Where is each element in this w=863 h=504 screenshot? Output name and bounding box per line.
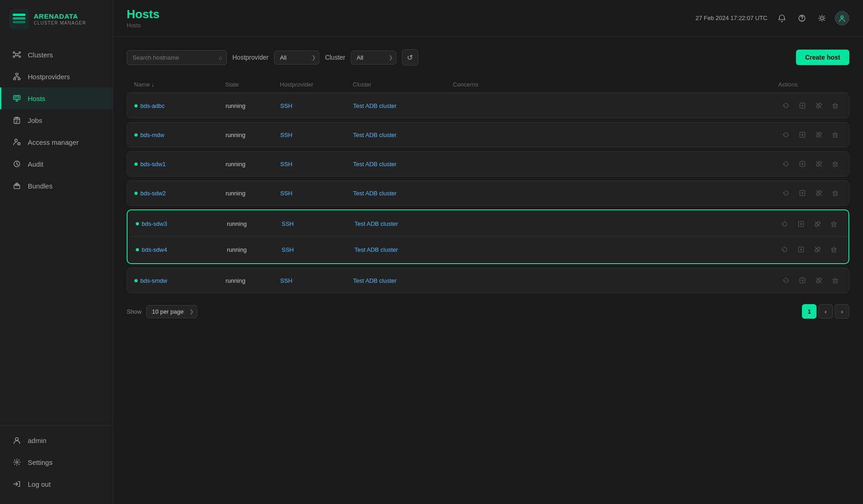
hostprovider-cell: SSH (280, 190, 353, 197)
hostprovider-cell: SSH (280, 277, 353, 284)
svg-rect-20 (14, 96, 20, 100)
delete-action-icon[interactable] (827, 243, 840, 256)
status-dot (134, 104, 138, 107)
theme-button[interactable] (815, 11, 829, 25)
link-action-icon[interactable] (812, 99, 825, 112)
notifications-button[interactable] (775, 11, 789, 25)
add-action-icon[interactable] (796, 128, 809, 141)
help-button[interactable] (795, 11, 809, 25)
sidebar-item-hosts-label: Hosts (28, 95, 45, 102)
link-action-icon[interactable] (811, 243, 824, 256)
status-dot (134, 163, 138, 166)
sidebar-item-access-manager[interactable]: Access manager (0, 131, 113, 153)
add-action-icon[interactable] (796, 158, 809, 170)
sidebar-item-audit[interactable]: Audit (0, 153, 113, 175)
add-action-icon[interactable] (796, 99, 809, 112)
col-header-hostprovider: Hostprovider (280, 81, 353, 88)
breadcrumb: Hosts (127, 22, 159, 29)
sidebar-item-settings-label: Settings (28, 458, 52, 466)
sidebar-item-bundles[interactable]: Bundles (0, 175, 113, 197)
reset-action-icon[interactable] (780, 187, 792, 199)
sidebar-item-hostproviders[interactable]: Hostproviders (0, 66, 113, 87)
link-action-icon[interactable] (812, 187, 825, 199)
add-action-icon[interactable] (795, 243, 807, 256)
hostprovider-select[interactable]: All (274, 51, 319, 65)
table-row[interactable]: bds-smdw running SSH Test ADB cluster (127, 268, 849, 293)
host-name-link[interactable]: bds-sdw3 (142, 220, 167, 227)
table-row[interactable]: bds-sdw3 running SSH Test ADB cluster (128, 211, 848, 237)
link-action-icon[interactable] (812, 128, 825, 141)
link-action-icon[interactable] (812, 158, 825, 170)
table-row[interactable]: bds-sdw1 running SSH Test ADB cluster (127, 151, 849, 177)
sidebar-item-bundles-label: Bundles (28, 182, 52, 190)
sidebar-item-hosts[interactable]: Hosts (0, 87, 113, 109)
delete-action-icon[interactable] (829, 274, 842, 287)
create-host-button[interactable]: Create host (796, 50, 849, 65)
link-action-icon[interactable] (812, 274, 825, 287)
refresh-button[interactable]: ↺ (402, 49, 418, 66)
delete-action-icon[interactable] (829, 128, 842, 141)
host-name-cell: bds-sdw2 (134, 190, 226, 197)
host-name-link[interactable]: bds-sdw4 (142, 246, 167, 253)
reset-action-icon[interactable] (778, 243, 791, 256)
table-row[interactable]: bds-adbc running SSH Test ADB cluster (127, 93, 849, 118)
add-action-icon[interactable] (796, 187, 809, 199)
svg-rect-1 (13, 14, 26, 16)
delete-action-icon[interactable] (829, 187, 842, 199)
reset-action-icon[interactable] (780, 158, 792, 170)
cluster-select[interactable]: All (351, 51, 396, 65)
host-name-link[interactable]: bds-smdw (140, 277, 167, 284)
state-cell: running (226, 161, 280, 168)
delete-action-icon[interactable] (829, 158, 842, 170)
host-name-link[interactable]: bds-sdw1 (140, 161, 166, 168)
logout-icon (12, 479, 21, 489)
reset-action-icon[interactable] (780, 128, 792, 141)
svg-line-47 (820, 15, 820, 16)
host-name-link[interactable]: bds-mdw (140, 132, 164, 138)
delete-action-icon[interactable] (827, 218, 840, 230)
host-name-cell: bds-sdw1 (134, 161, 226, 168)
next-page-button[interactable]: › (835, 304, 849, 319)
sidebar-item-clusters[interactable]: Clusters (0, 44, 113, 66)
per-page-select[interactable]: 10 per page 25 per page 50 per page (146, 305, 197, 318)
table-row[interactable]: bds-sdw2 running SSH Test ADB cluster (127, 180, 849, 206)
page-controls: 1 ‹ › (802, 304, 849, 319)
page-title: Hosts (127, 7, 159, 21)
jobs-icon (12, 116, 21, 125)
reset-action-icon[interactable] (780, 99, 792, 112)
prev-icon: ‹ (825, 308, 827, 315)
sidebar-item-admin[interactable]: admin (0, 429, 113, 451)
svg-rect-13 (15, 73, 18, 75)
next-icon: › (841, 308, 843, 315)
per-page-wrapper: 10 per page 25 per page 50 per page ❯ (146, 305, 197, 318)
audit-icon (12, 159, 21, 168)
header-left: Hosts Hosts (127, 7, 159, 29)
sidebar-item-jobs[interactable]: Jobs (0, 109, 113, 131)
col-header-name: Name ↓ (134, 81, 225, 88)
reset-action-icon[interactable] (780, 274, 792, 287)
svg-point-38 (16, 461, 18, 463)
content-area: ⌕ Hostprovider All ❯ Cluster All ❯ ↺ Cre… (113, 36, 863, 504)
hostprovider-select-wrapper: All ❯ (274, 51, 319, 65)
search-input[interactable] (127, 50, 227, 65)
table-row[interactable]: bds-mdw running SSH Test ADB cluster (127, 122, 849, 148)
sort-arrow-icon: ↓ (152, 82, 154, 87)
sidebar-nav: Clusters Hostproviders (0, 40, 113, 425)
add-action-icon[interactable] (796, 274, 809, 287)
clusters-icon (12, 50, 21, 59)
sidebar-item-logout[interactable]: Log out (0, 473, 113, 495)
prev-page-button[interactable]: ‹ (818, 304, 833, 319)
add-action-icon[interactable] (795, 218, 807, 230)
host-name-cell: bds-mdw (134, 132, 226, 138)
sidebar-item-settings[interactable]: Settings (0, 451, 113, 473)
user-avatar-button[interactable] (835, 11, 849, 25)
host-name-link[interactable]: bds-sdw2 (140, 190, 166, 197)
svg-point-4 (15, 53, 18, 56)
host-name-link[interactable]: bds-adbc (140, 102, 164, 109)
reset-action-icon[interactable] (778, 218, 791, 230)
page-1-button[interactable]: 1 (802, 304, 817, 319)
delete-action-icon[interactable] (829, 99, 842, 112)
state-cell: running (227, 220, 282, 227)
link-action-icon[interactable] (811, 218, 824, 230)
table-row[interactable]: bds-sdw4 running SSH Test ADB cluster (128, 237, 848, 262)
